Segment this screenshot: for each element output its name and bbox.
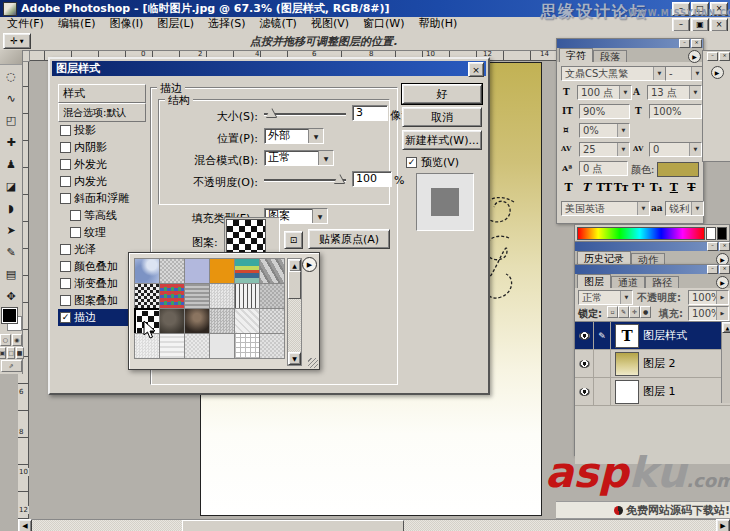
chevron-down-icon[interactable]: ▼: [308, 129, 323, 143]
pen-tool[interactable]: ✎: [0, 241, 22, 263]
preview-checkbox[interactable]: ✓: [406, 157, 417, 168]
scroll-left-button[interactable]: ◀: [18, 519, 32, 531]
panel-close-button[interactable]: ×: [719, 265, 730, 274]
all-caps-button[interactable]: TT: [596, 181, 611, 198]
link-box[interactable]: [594, 378, 611, 405]
opacity-input[interactable]: 100: [352, 171, 392, 187]
jump-to-imageready-button[interactable]: ⇗: [1, 360, 22, 372]
checkbox[interactable]: [70, 227, 81, 238]
doc-restore-button[interactable]: ▣: [691, 18, 709, 32]
pattern-swatch[interactable]: [134, 258, 160, 284]
size-slider[interactable]: [264, 107, 346, 119]
notes-tool[interactable]: ▤: [0, 263, 22, 285]
position-dropdown[interactable]: 外部 ▼: [264, 128, 324, 144]
faux-italic-button[interactable]: T: [579, 181, 594, 198]
styles-header[interactable]: 样式: [58, 84, 146, 103]
new-pattern-preset-button[interactable]: ⊡: [284, 231, 303, 249]
checkbox[interactable]: [60, 159, 71, 170]
tab-paragraph[interactable]: 段落: [593, 50, 627, 62]
pattern-swatch[interactable]: [259, 333, 285, 359]
faux-bold-button[interactable]: T: [561, 181, 576, 198]
crop-tool[interactable]: ◰: [0, 109, 22, 131]
lock-transparency-button[interactable]: ▫: [607, 306, 618, 318]
pattern-swatch[interactable]: [184, 283, 210, 309]
horizontal-scale-input[interactable]: 100%: [649, 104, 702, 119]
size-input[interactable]: 3: [352, 105, 388, 121]
opacity-field[interactable]: 100%▶: [688, 290, 729, 305]
layer-name[interactable]: 图层 2: [643, 356, 676, 371]
black-swatch[interactable]: [717, 227, 727, 240]
visibility-toggle[interactable]: [575, 322, 594, 349]
lasso-tool[interactable]: ∿: [0, 87, 22, 109]
font-family-dropdown[interactable]: 文鼎CS大黑繁▼: [561, 66, 666, 81]
style-item-texture[interactable]: 纹理: [58, 224, 146, 241]
checkbox[interactable]: [60, 142, 71, 153]
blending-options-item[interactable]: 混合选项:默认: [58, 103, 146, 122]
chevron-down-icon[interactable]: ▼: [620, 291, 632, 304]
marquee-tool[interactable]: ◌: [0, 65, 22, 87]
pattern-swatch[interactable]: [234, 258, 260, 284]
dialog-close-button[interactable]: ×: [468, 62, 484, 77]
checkbox[interactable]: [60, 295, 71, 306]
chevron-down-icon[interactable]: ▼: [619, 86, 631, 99]
scroll-right-button[interactable]: ▶: [716, 519, 730, 531]
chevron-right-icon[interactable]: ▶: [716, 307, 728, 320]
screen-mode-standard-button[interactable]: ▣: [0, 347, 6, 359]
scroll-down-button[interactable]: ▼: [288, 352, 301, 365]
healing-brush-tool[interactable]: ✚: [0, 131, 22, 153]
menu-image[interactable]: 图像(I): [102, 17, 150, 31]
screen-mode-full-button[interactable]: ■: [16, 347, 24, 359]
panel-close-button[interactable]: ×: [719, 52, 730, 61]
checkbox[interactable]: [60, 176, 71, 187]
lock-pixels-button[interactable]: ✎: [618, 306, 629, 318]
cancel-button[interactable]: 取消: [402, 107, 482, 127]
tab-channels[interactable]: 通道: [611, 276, 645, 288]
menu-help[interactable]: 帮助(H): [411, 17, 464, 31]
layer-row-layerstyle[interactable]: ✎ T 图层样式: [575, 322, 730, 350]
menu-window[interactable]: 窗口(W): [356, 17, 411, 31]
anti-alias-dropdown[interactable]: 锐利▼: [665, 201, 704, 216]
opacity-slider[interactable]: [264, 173, 346, 185]
horizontal-scrollbar[interactable]: ◀ ▶: [18, 519, 730, 531]
style-item-dropshadow[interactable]: 投影: [58, 122, 146, 139]
fill-field[interactable]: 100%▶: [688, 306, 729, 321]
hand-tool[interactable]: ✥: [0, 285, 22, 307]
pattern-swatch[interactable]: [234, 283, 260, 309]
pattern-swatch[interactable]: [184, 333, 210, 359]
pattern-swatch[interactable]: [184, 258, 210, 284]
underline-button[interactable]: T: [666, 181, 681, 198]
pattern-swatch[interactable]: [209, 283, 235, 309]
layer-name[interactable]: 图层样式: [643, 328, 687, 343]
tab-character[interactable]: 字符: [559, 48, 593, 62]
clone-stamp-tool[interactable]: ♟: [0, 153, 22, 175]
checkbox[interactable]: [60, 125, 71, 136]
color-ramp[interactable]: [577, 227, 705, 240]
style-item-innerglow[interactable]: 内发光: [58, 173, 146, 190]
checkbox[interactable]: [60, 278, 71, 289]
chevron-right-icon[interactable]: ▶: [716, 291, 728, 304]
panel-minimize-button[interactable]: –: [707, 265, 718, 274]
tab-layers[interactable]: 图层: [577, 274, 611, 288]
menu-file[interactable]: 文件(F): [0, 17, 51, 31]
pattern-swatch[interactable]: [134, 283, 160, 309]
link-box[interactable]: [594, 350, 611, 377]
layer-row-layer2[interactable]: 图层 2: [575, 350, 730, 378]
doc-minimize-button[interactable]: –: [672, 18, 690, 32]
style-item-bevel[interactable]: 斜面和浮雕: [58, 190, 146, 207]
panel-minimize-button[interactable]: –: [707, 52, 718, 61]
white-swatch[interactable]: [706, 227, 716, 240]
pattern-swatch[interactable]: [209, 308, 235, 334]
picker-flyout-menu-button[interactable]: ▶: [302, 257, 317, 272]
tab-history[interactable]: 历史记录: [577, 251, 631, 265]
chevron-down-icon[interactable]: ▼: [312, 209, 327, 223]
eraser-tool[interactable]: ◪: [0, 175, 22, 197]
subscript-button[interactable]: T₁: [649, 181, 664, 198]
panel-flyout-button[interactable]: ▶: [688, 50, 701, 63]
new-style-button[interactable]: 新建样式(W)...: [402, 130, 482, 150]
chevron-down-icon[interactable]: ▼: [689, 86, 701, 99]
blend-mode-dropdown[interactable]: 正常 ▼: [264, 150, 334, 166]
small-caps-button[interactable]: Tᴛ: [614, 181, 629, 198]
lock-all-button[interactable]: ●: [640, 306, 651, 318]
superscript-button[interactable]: T¹: [631, 181, 646, 198]
chevron-down-icon[interactable]: ▼: [617, 143, 629, 156]
